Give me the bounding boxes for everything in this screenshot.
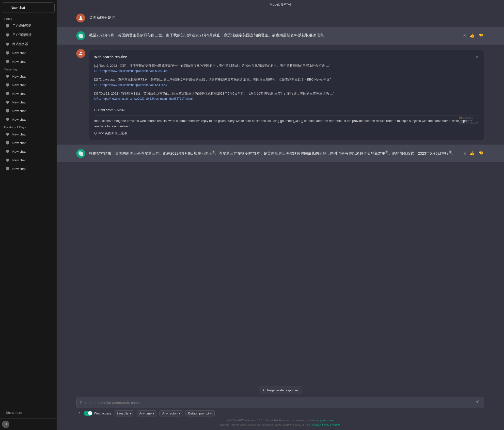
chat-icon [6, 42, 10, 46]
new-chat-button[interactable]: + New chat [2, 2, 55, 13]
more-options-icon: ··· [51, 422, 55, 427]
sidebar-item-label: New chat [12, 150, 26, 153]
chat-icon [6, 24, 10, 28]
sidebar-item-prev-1[interactable]: New chat [2, 130, 55, 138]
regenerate-button[interactable]: ↻ Regenerate response [259, 386, 302, 394]
sidebar-item-label: New chat [12, 75, 26, 78]
yesterday-section-label: Yesterday [0, 66, 57, 72]
user-avatar-2 [76, 49, 85, 58]
region-dropdown[interactable]: Any region ▾ [159, 410, 183, 416]
ws-current-date: Current date: 5/7/2023 [94, 105, 479, 113]
sidebar-item-yd-6[interactable]: New chat [2, 115, 55, 124]
sidebar-item-label: New chat [12, 118, 26, 121]
supporting-link[interactable]: supporting me [316, 419, 333, 422]
sidebar: + New chat Today 用户请求帮助 用户问题澄清。 网站服务器 Ne… [0, 0, 57, 430]
footer-text-2: ChatGPT may produce inaccurate informati… [220, 423, 311, 426]
sidebar-item-server[interactable]: 网站服务器 [2, 40, 55, 49]
chevron-down-icon-4: ▾ [210, 412, 212, 415]
toggle-thumb [88, 411, 92, 415]
sidebar-item-yd-5[interactable]: New chat [2, 107, 55, 115]
user-message-text-1: 英国新国王是谁 [89, 14, 484, 21]
assistant-message-1: 截至2021年9月，英国的君主是伊丽莎白二世。由于我的知识库在2021年9月截止… [57, 27, 504, 45]
edit-search-button[interactable]: ↗ [474, 54, 479, 60]
input-area [76, 397, 484, 408]
ref-2: 2 [385, 150, 388, 154]
main-content: Model: GPT-4 英国新国王是谁 截至2021年9月，英国的君主是伊丽莎… [57, 0, 504, 430]
sidebar-item-prev-3[interactable]: New chat [2, 147, 55, 156]
today-section-label: Today [0, 15, 57, 21]
chatgpt-version-link[interactable]: ChatGPT May 3 Version [312, 423, 341, 426]
assistant-message-text-1: 截至2021年9月，英国的君主是伊丽莎白二世。由于我的知识库在2021年9月截止… [89, 31, 458, 38]
ws-instructions: Instructions: Using the provided web sea… [94, 116, 479, 136]
svg-point-1 [80, 52, 81, 53]
time-value: Any time [139, 412, 152, 415]
user-icon-2 [78, 51, 83, 56]
assistant-message-text-2: 根据搜索结果，英国的新国王是查尔斯三世。他在2022年9月9日加冕为国王1。查尔… [89, 149, 458, 157]
copy-button-1[interactable]: ⎘ [462, 32, 467, 39]
sliders-icon [77, 411, 81, 415]
regenerate-label: Regenerate response [267, 388, 298, 392]
chat-icon [6, 158, 10, 162]
footer-text-1: WebChatGPT extension v.3.3.1. If you lik… [227, 419, 315, 422]
sidebar-item-prev-4[interactable]: New chat [2, 156, 55, 164]
web-access-toggle[interactable]: Web access [84, 411, 111, 416]
chat-icon [6, 117, 10, 121]
chat-icon [6, 83, 10, 87]
web-search-box: Web search results: ↗ [1] "Sep 9, 2022 ·… [89, 50, 484, 140]
thumbs-up-button-1[interactable]: 👍 [469, 32, 475, 39]
sidebar-item-yd-1[interactable]: New chat [2, 72, 55, 81]
message-actions-2: ⎘ 👍 👎 [462, 149, 484, 157]
sidebar-chat-list: Today 用户请求帮助 用户问题澄清。 网站服务器 New chat New … [0, 15, 57, 408]
prompt-dropdown[interactable]: Default prompt ▾ [185, 410, 214, 416]
user-message-1: 英国新国王是谁 [57, 9, 504, 27]
sidebar-item-user-help[interactable]: 用户请求帮助 [2, 21, 55, 30]
openai-icon [78, 33, 83, 38]
sidebar-item-label: New chat [12, 109, 26, 113]
send-icon [475, 400, 479, 404]
thumbs-up-button-2[interactable]: 👍 [469, 150, 475, 157]
chat-icon [6, 51, 10, 55]
plus-icon: + [6, 6, 8, 10]
sidebar-item-prev-2[interactable]: New chat [2, 139, 55, 147]
show-more-button[interactable]: Show more [2, 409, 55, 416]
chat-icon [6, 109, 10, 113]
sidebar-item-label: New chat [12, 51, 26, 55]
user-profile-area[interactable]: U ··· [0, 418, 57, 430]
svg-point-0 [80, 16, 81, 18]
ref-1: 1 [212, 150, 215, 154]
sidebar-item-new-chat-2[interactable]: New chat [2, 57, 55, 66]
ws-item-1: [1] "Sep 9, 2022 · 其间，征服英国的诺曼底公爵威廉是第一个在西… [94, 63, 479, 73]
time-dropdown[interactable]: Any time ▾ [137, 410, 157, 416]
model-label: Model: GPT-4 [270, 2, 291, 6]
sidebar-item-yd-2[interactable]: New chat [2, 81, 55, 89]
chat-icon [6, 149, 10, 153]
sidebar-item-prev-5[interactable]: New chat [2, 165, 55, 173]
settings-toolbar-button[interactable] [76, 410, 81, 416]
thumbs-down-button-2[interactable]: 👎 [477, 150, 484, 157]
chevron-down-icon-3: ▾ [178, 412, 180, 415]
results-dropdown[interactable]: 3 results ▾ [114, 410, 134, 416]
sidebar-item-clarify[interactable]: 用户问题澄清。 [2, 31, 55, 39]
sidebar-item-yd-4[interactable]: New chat [2, 98, 55, 106]
sidebar-item-label: New chat [12, 92, 26, 96]
sidebar-item-label: 用户请求帮助 [12, 24, 32, 28]
regenerate-icon: ↻ [263, 388, 266, 392]
sidebar-item-label: New chat [12, 141, 26, 145]
sidebar-item-yd-3[interactable]: New chat [2, 89, 55, 98]
user-icon [78, 15, 83, 21]
chat-icon [6, 100, 10, 104]
bottom-bar: ↻ Regenerate response Web access 3 resul… [57, 384, 504, 430]
chat-input[interactable] [80, 400, 471, 405]
sidebar-item-label: New chat [12, 167, 26, 171]
messages-list: 英国新国王是谁 截至2021年9月，英国的君主是伊丽莎白二世。由于我的知识库在2… [57, 9, 504, 384]
model-bar: Model: GPT-4 [57, 0, 504, 9]
send-button[interactable] [474, 399, 481, 406]
sidebar-item-new-chat-1[interactable]: New chat [2, 49, 55, 57]
copy-button-2[interactable]: ⎘ [462, 150, 467, 156]
chevron-down-icon-2: ▾ [153, 412, 154, 415]
new-chat-label: New chat [11, 6, 25, 10]
sidebar-item-label: New chat [12, 132, 26, 136]
toggle-track[interactable] [84, 411, 93, 416]
thumbs-down-button-1[interactable]: 👎 [477, 32, 484, 39]
sidebar-item-label: 网站服务器 [12, 42, 28, 46]
